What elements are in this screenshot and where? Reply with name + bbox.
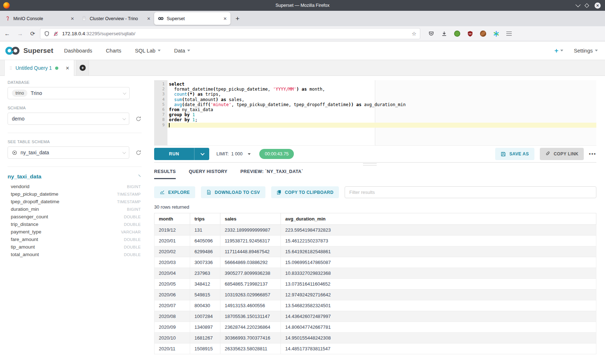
window-minimize-icon[interactable] [575,2,581,7]
code-line: group by 1 [167,112,596,117]
column-row: trip_distanceDOUBLE [8,220,142,228]
copy-link-button[interactable]: COPY LINK [540,148,584,160]
column-row: fare_amountDOUBLE [8,236,142,243]
schema-value: demo [12,116,24,122]
table-row: 2020/10168126730366993.70037741614.95015… [154,333,596,343]
table-row: 2020/016405096119538721.9245631715.46122… [154,236,596,246]
column-type: TIMESTAMP [117,192,141,196]
limit-dropdown[interactable]: LIMIT: 1 000 [216,151,251,156]
database-select[interactable]: trino Trino [8,87,130,99]
new-tab-button[interactable]: + [236,15,239,23]
table-row: 2020/11150891526335623.5802881114.485173… [154,343,596,354]
add-new-button[interactable]: + [554,47,563,55]
column-header: avg_duration_min [281,213,596,225]
editor-code[interactable]: select format_datetime(tpep_pickup_datet… [167,80,596,145]
tab-close-icon[interactable]: ✕ [223,16,227,21]
database-type-pill: trino [12,90,27,97]
shield-icon[interactable] [44,31,50,37]
browser-tab-label: MinIO Console [13,16,68,21]
asterisk-extension-icon[interactable] [493,31,499,37]
schema-label: SCHEMA [8,106,142,110]
results-table: monthtripssalesavg_duration_min 2019/121… [154,213,596,354]
code-line: count(*) as trips, [167,92,596,97]
download-csv-button[interactable]: DOWNLOAD TO CSV [201,186,265,198]
refresh-table-icon[interactable] [135,150,142,156]
chevron-down-icon [200,151,204,155]
copy-clipboard-button[interactable]: COPY TO CLIPBOARD [271,186,339,198]
tab-close-icon[interactable]: ✕ [147,16,151,21]
run-button-label[interactable]: RUN [154,148,194,160]
browser-tab-superset[interactable]: Superset ✕ [154,12,230,25]
query-tab-close-icon[interactable]: ✕ [66,65,70,71]
settings-menu[interactable]: Settings [574,48,598,54]
chevron-down-icon [122,150,126,154]
column-name: fare_amount [11,237,38,242]
code-line: avg(date_diff('minute', tpep_pickup_date… [167,102,596,107]
text-cursor [169,123,170,127]
window-maximize-icon[interactable] [584,3,589,8]
url-input[interactable]: 172.18.0.4:32295/superset/sqllab/ ☆ [40,28,420,39]
run-button[interactable]: RUN [154,148,209,160]
superset-brand[interactable]: Superset [4,46,53,56]
editor-gutter: 123456789 [154,80,167,145]
query-tab-strip: ⋮ Untitled Query 1 ✕ + [0,60,605,76]
superset-logo-icon [4,46,21,56]
chevron-down-icon [158,50,161,51]
table-row: 2020/08100728418705536.15013114714.43642… [154,311,596,322]
column-type: DOUBLE [124,237,141,242]
refresh-schema-icon[interactable] [135,116,142,122]
pane-resize-handle[interactable] [363,163,377,165]
downloads-icon[interactable] [441,31,447,37]
query-status-dot [55,67,58,70]
privacy-extension-icon[interactable] [454,31,460,37]
clipboard-icon [277,190,282,195]
reload-button-icon[interactable]: ⟳ [30,30,35,37]
column-type: BIGINT [127,185,141,189]
tab-results[interactable]: RESULTS [154,169,176,179]
nav-dashboards[interactable]: Dashboards [64,48,92,54]
tab-preview-table[interactable]: PREVIEW: `NY_TAXI_DATA` [241,169,303,179]
ublock-origin-icon[interactable]: UO [467,31,473,37]
column-type: DOUBLE [124,222,141,227]
column-header: trips [190,213,220,225]
column-row: passenger_countDOUBLE [8,213,142,220]
chevron-down-icon [187,50,190,51]
menu-hamburger-icon[interactable] [506,32,512,36]
save-as-button[interactable]: SAVE AS [495,148,534,160]
browser-tab-label: Superset [167,16,220,21]
explore-button[interactable]: EXPLORE [154,186,195,198]
schema-select[interactable]: demo [8,113,129,125]
pocket-icon[interactable] [428,31,434,37]
cookie-extension-icon[interactable] [480,31,486,37]
drag-handle-icon[interactable]: ⋮ [8,66,12,70]
run-options-dropdown[interactable] [194,148,209,160]
bookmark-star-icon[interactable]: ☆ [412,31,416,37]
column-name: tpep_pickup_datetime [11,191,58,197]
more-actions-button[interactable]: ••• [589,151,596,157]
firefox-window: Superset — Mozilla Firefox ✕ MinIO Conso… [0,0,605,364]
browser-tab-trino[interactable]: Cluster Overview - Trino ✕ [78,12,154,25]
back-button-icon[interactable]: ← [4,31,10,37]
table-schema-title[interactable]: ny_taxi_data [8,173,41,180]
query-tab-active[interactable]: ⋮ Untitled Query 1 ✕ [4,60,74,76]
browser-tab-minio[interactable]: MinIO Console ✕ [1,12,78,25]
insecure-lock-icon[interactable] [53,31,59,37]
table-row: 2020/03300733656664869.0388629215.096995… [154,257,596,268]
forward-button-icon[interactable]: → [17,31,23,37]
results-pane: RESULTS QUERY HISTORY PREVIEW: `NY_TAXI_… [154,162,596,364]
tab-query-history[interactable]: QUERY HISTORY [189,169,227,179]
nav-charts[interactable]: Charts [106,48,121,54]
table-select[interactable]: ny_taxi_data [8,146,129,159]
divider [8,133,142,133]
nav-sql-lab[interactable]: SQL Lab [135,48,161,54]
filter-results-input[interactable] [345,186,596,198]
window-close-icon[interactable]: ✕ [595,3,601,9]
column-row: tip_amountDOUBLE [8,243,142,251]
collapse-chevron-icon[interactable] [136,174,140,178]
new-query-tab-button[interactable]: + [76,60,89,76]
sql-editor[interactable]: 123456789 select format_datetime(tpep_pi… [154,80,596,146]
nav-data[interactable]: Data [174,48,191,54]
query-timer-badge: 00:00:43.75 [259,149,294,159]
code-line [167,123,596,128]
tab-close-icon[interactable]: ✕ [71,16,74,21]
